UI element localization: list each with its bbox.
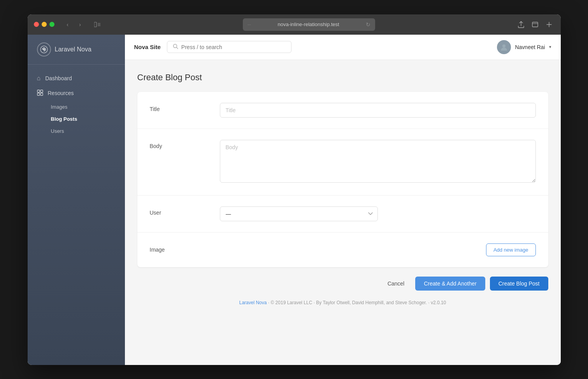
sidebar-item-dashboard[interactable]: ⌂ Dashboard (28, 71, 125, 86)
avatar (497, 40, 511, 54)
sidebar-brand: Laravel Nova (28, 35, 125, 65)
brand-name: Laravel Nova (55, 46, 91, 53)
create-blog-post-button[interactable]: Create Blog Post (490, 277, 548, 291)
body-row: Body (137, 129, 548, 196)
svg-line-15 (176, 48, 178, 49)
app-container: Laravel Nova ⌂ Dashboard (28, 35, 561, 365)
footer-link[interactable]: Laravel Nova (239, 300, 267, 305)
sidebar-item-images[interactable]: Images (28, 101, 125, 113)
footer-copyright: · © 2019 Laravel LLC · By Taylor Otwell,… (268, 300, 446, 305)
search-icon (173, 44, 178, 50)
sidebar-toggle-button[interactable] (92, 19, 103, 30)
create-add-another-button[interactable]: Create & Add Another (415, 277, 485, 291)
body-field (220, 140, 536, 184)
form-actions: Cancel Create & Add Another Create Blog … (137, 267, 548, 294)
form-card: Title Body User (137, 92, 548, 267)
user-name: Navneet Rai (515, 44, 545, 50)
svg-point-16 (502, 44, 506, 48)
tab-dots: ··· (247, 22, 251, 27)
sidebar: Laravel Nova ⌂ Dashboard (28, 35, 125, 365)
svg-rect-10 (37, 90, 40, 92)
share-button[interactable] (516, 19, 527, 30)
title-input[interactable] (220, 103, 536, 118)
maximize-button[interactable] (49, 22, 54, 27)
svg-rect-0 (94, 22, 97, 27)
site-name: Nova Site (134, 44, 161, 50)
svg-rect-4 (532, 22, 538, 27)
image-field: Add new image (220, 243, 536, 256)
url-input[interactable] (253, 18, 363, 31)
traffic-lights (34, 22, 54, 27)
svg-rect-11 (40, 90, 43, 92)
forward-button[interactable]: › (75, 19, 86, 30)
add-new-image-button[interactable]: Add new image (486, 243, 536, 256)
minimize-button[interactable] (42, 22, 47, 27)
body-textarea[interactable] (220, 140, 536, 183)
page-title: Create Blog Post (137, 72, 548, 83)
page-body: Create Blog Post Title Body (125, 60, 561, 365)
title-label: Title (150, 103, 220, 112)
sidebar-item-blog-posts[interactable]: Blog Posts (28, 113, 125, 125)
title-row: Title (137, 92, 548, 129)
search-bar[interactable] (167, 41, 291, 53)
browser-window: ‹ › ··· ↻ (28, 14, 561, 365)
new-tab-button[interactable] (544, 19, 555, 30)
browser-nav: ‹ › (62, 19, 86, 30)
sidebar-nav: ⌂ Dashboard Resources (28, 65, 125, 143)
sidebar-item-label: Dashboard (45, 75, 72, 81)
sidebar-resources-header[interactable]: Resources (28, 86, 125, 101)
image-label: Image (150, 243, 220, 253)
brand-logo (37, 42, 51, 56)
title-field (220, 103, 536, 118)
user-menu[interactable]: Navneet Rai ▾ (497, 40, 551, 54)
main-header: Nova Site (125, 35, 561, 60)
user-label: User (150, 206, 220, 216)
svg-rect-13 (40, 93, 43, 95)
resources-label: Resources (48, 90, 74, 96)
close-button[interactable] (34, 22, 39, 27)
sidebar-item-users[interactable]: Users (28, 125, 125, 137)
home-icon: ⌂ (37, 75, 41, 82)
refresh-icon[interactable]: ↻ (366, 21, 370, 28)
body-label: Body (150, 140, 220, 149)
image-row: Image Add new image (137, 233, 548, 267)
browser-titlebar: ‹ › ··· ↻ (28, 14, 561, 35)
cancel-button[interactable]: Cancel (381, 277, 411, 291)
svg-point-9 (43, 49, 45, 50)
search-input[interactable] (181, 44, 286, 50)
svg-rect-12 (37, 93, 40, 95)
sidebar-sub-items: Images Blog Posts Users (28, 101, 125, 137)
user-select[interactable]: — (220, 206, 378, 221)
page-footer: Laravel Nova · © 2019 Laravel LLC · By T… (137, 294, 548, 308)
resources-icon (37, 90, 43, 97)
window-button[interactable] (530, 19, 541, 30)
user-row: User — (137, 196, 548, 233)
browser-actions (516, 19, 555, 30)
chevron-down-icon: ▾ (549, 44, 551, 49)
back-button[interactable]: ‹ (62, 19, 73, 30)
browser-url-bar: ··· ↻ (114, 18, 505, 31)
user-field: — (220, 206, 536, 221)
main-content: Nova Site (125, 35, 561, 365)
